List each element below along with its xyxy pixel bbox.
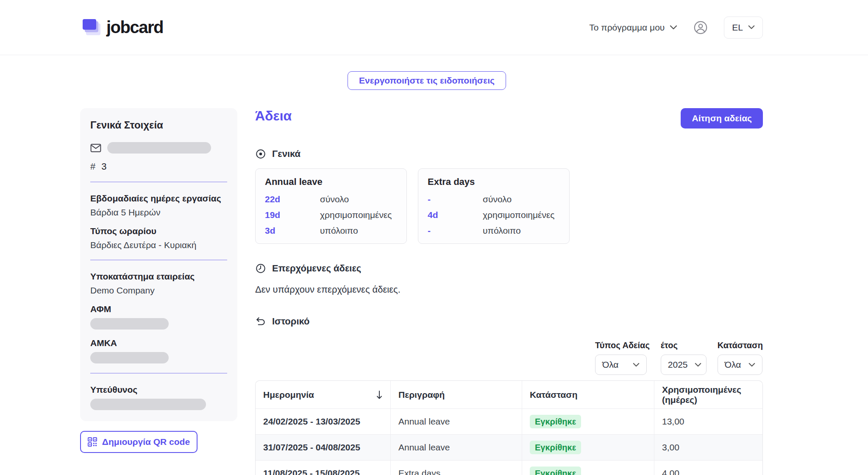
email-row xyxy=(90,142,227,154)
divider xyxy=(90,260,227,260)
employee-number: 3 xyxy=(101,161,106,172)
amka-redacted-pill xyxy=(90,352,169,363)
history-undo-icon xyxy=(255,316,266,327)
generate-qr-label: Δημιουργία QR code xyxy=(102,437,190,447)
annual-used-label: χρησιμοποιημένες xyxy=(320,210,392,220)
language-selector[interactable]: EL xyxy=(724,17,763,39)
cell-description: Annual leave xyxy=(390,409,522,434)
table-row[interactable]: 31/07/2025 - 04/08/2025 Annual leave Εγκ… xyxy=(256,434,762,460)
leave-type-filter-value: Όλα xyxy=(602,360,619,370)
field-value-branch: Demo Company xyxy=(90,285,227,296)
leave-type-filter-label: Τύπος Αδείας xyxy=(595,341,650,350)
cell-date: 31/07/2025 - 04/08/2025 xyxy=(256,435,390,460)
annual-remaining-label: υπόλοιπο xyxy=(320,226,358,236)
field-label-workdays: Εβδομαδιαίες ημέρες εργασίας xyxy=(90,193,227,204)
chevron-down-icon xyxy=(670,25,677,30)
status-filter-select[interactable]: Όλα xyxy=(718,355,762,375)
jobcard-logo-icon xyxy=(83,19,101,36)
brand-name: jobcard xyxy=(106,18,163,37)
stat-row: 19d χρησιμοποιημένες xyxy=(265,210,397,220)
header-status: Κατάσταση xyxy=(530,390,578,400)
status-badge: Εγκρίθηκε xyxy=(530,467,581,475)
extra-total-label: σύνολο xyxy=(483,194,512,204)
year-filter-select[interactable]: 2025 xyxy=(661,355,707,375)
history-table: Ημερομηνία Περιγραφή Κατάσταση Χρησιμοπο… xyxy=(255,380,763,475)
extra-remaining-value: - xyxy=(428,226,483,236)
cell-date: 11/08/2025 - 15/08/2025 xyxy=(256,461,390,475)
qr-code-icon xyxy=(88,437,97,447)
email-redacted-pill xyxy=(107,142,211,154)
chevron-down-icon xyxy=(748,363,755,367)
cell-days: 3,00 xyxy=(654,435,763,460)
generate-qr-button[interactable]: Δημιουργία QR code xyxy=(80,431,198,453)
user-avatar-icon[interactable] xyxy=(693,20,708,35)
status-badge: Εγκρίθηκε xyxy=(530,441,581,454)
header-used-days: Χρησιμοποιημένες (ημέρες) xyxy=(662,385,756,405)
field-value-workdays: Βάρδια 5 Ημερών xyxy=(90,207,227,218)
status-filter-value: Όλα xyxy=(725,360,741,370)
extra-used-value: 4d xyxy=(428,210,483,220)
annual-total-value: 22d xyxy=(265,194,320,204)
header-description: Περιγραφή xyxy=(398,390,445,400)
extra-used-label: χρησιμοποιημένες xyxy=(483,210,554,220)
hash-icon: # xyxy=(90,161,95,172)
extra-total-value: - xyxy=(428,194,483,204)
annual-leave-card-title: Annual leave xyxy=(265,176,397,187)
brand-logo[interactable]: jobcard xyxy=(83,18,163,37)
cell-date: 24/02/2025 - 13/03/2025 xyxy=(256,409,390,434)
top-header: jobcard Το πρόγραμμα μου EL xyxy=(0,0,868,55)
annual-total-label: σύνολο xyxy=(320,194,349,204)
eye-icon xyxy=(255,148,266,159)
enable-notifications-button[interactable]: Ενεργοποιήστε τις ειδοποιήσεις xyxy=(348,71,506,90)
status-filter-label: Κατάσταση xyxy=(718,341,763,350)
general-info-panel: Γενικά Στοιχεία # 3 Εβδομαδιαίες ημέρες … xyxy=(80,108,237,421)
annual-used-value: 19d xyxy=(265,210,320,220)
divider xyxy=(90,182,227,182)
envelope-icon xyxy=(90,143,101,153)
program-menu[interactable]: Το πρόγραμμα μου xyxy=(589,22,677,33)
field-label-afm: ΑΦΜ xyxy=(90,304,227,314)
stat-row: - σύνολο xyxy=(428,194,560,204)
field-label-supervisor: Υπεύθυνος xyxy=(90,385,227,395)
chevron-down-icon xyxy=(633,363,640,367)
leave-type-filter-select[interactable]: Όλα xyxy=(595,355,647,375)
extra-days-card-title: Extra days xyxy=(428,176,560,187)
sort-descending-icon[interactable] xyxy=(376,390,383,400)
field-label-amka: ΑΜΚΑ xyxy=(90,338,227,348)
sidebar-title: Γενικά Στοιχεία xyxy=(90,119,227,131)
extra-days-card: Extra days - σύνολο 4d χρησιμοποιημένες … xyxy=(418,168,570,244)
table-header-row: Ημερομηνία Περιγραφή Κατάσταση Χρησιμοπο… xyxy=(256,381,762,408)
request-leave-button[interactable]: Αίτηση αδείας xyxy=(681,108,763,129)
upcoming-empty-message: Δεν υπάρχουν επερχόμενες άδειες. xyxy=(255,284,401,295)
extra-remaining-label: υπόλοιπο xyxy=(483,226,521,236)
chevron-down-icon xyxy=(748,25,755,30)
afm-redacted-pill xyxy=(90,318,169,330)
status-badge: Εγκρίθηκε xyxy=(530,415,581,428)
stat-row: 3d υπόλοιπο xyxy=(265,226,397,236)
leave-page: Άδεια Αίτηση αδείας Γενικά Annual leave … xyxy=(255,108,763,475)
cell-days: 13,00 xyxy=(654,409,763,434)
stat-row: - υπόλοιπο xyxy=(428,226,560,236)
chevron-down-icon xyxy=(695,363,701,367)
annual-remaining-value: 3d xyxy=(265,226,320,236)
year-filter-label: έτος xyxy=(661,341,707,350)
table-row[interactable]: 11/08/2025 - 15/08/2025 Extra days Εγκρί… xyxy=(256,460,762,475)
upcoming-section-title: Επερχόμενες άδειες xyxy=(272,263,361,274)
header-date: Ημερομηνία xyxy=(263,390,314,400)
cell-description: Annual leave xyxy=(390,435,522,460)
field-value-schedule-type: Βάρδιες Δευτέρα - Κυριακή xyxy=(90,240,227,250)
employee-number-row: # 3 xyxy=(90,161,227,172)
page-title: Άδεια xyxy=(255,108,292,124)
table-row[interactable]: 24/02/2025 - 13/03/2025 Annual leave Εγκ… xyxy=(256,408,762,434)
cell-description: Extra days xyxy=(390,461,522,475)
clock-icon xyxy=(255,263,266,274)
program-menu-label: Το πρόγραμμα μου xyxy=(589,22,665,33)
year-filter-value: 2025 xyxy=(668,360,688,370)
history-filters: Τύπος Αδείας Όλα έτος 2025 Κατάσταση Όλα xyxy=(595,341,763,375)
field-label-schedule-type: Τύπος ωραρίου xyxy=(90,226,227,236)
history-section-title: Ιστορικό xyxy=(272,316,310,327)
general-section-title: Γενικά xyxy=(272,148,300,159)
stat-row: 22d σύνολο xyxy=(265,194,397,204)
cell-days: 4,00 xyxy=(654,461,763,475)
field-label-branch: Υποκατάστημα εταιρείας xyxy=(90,271,227,282)
